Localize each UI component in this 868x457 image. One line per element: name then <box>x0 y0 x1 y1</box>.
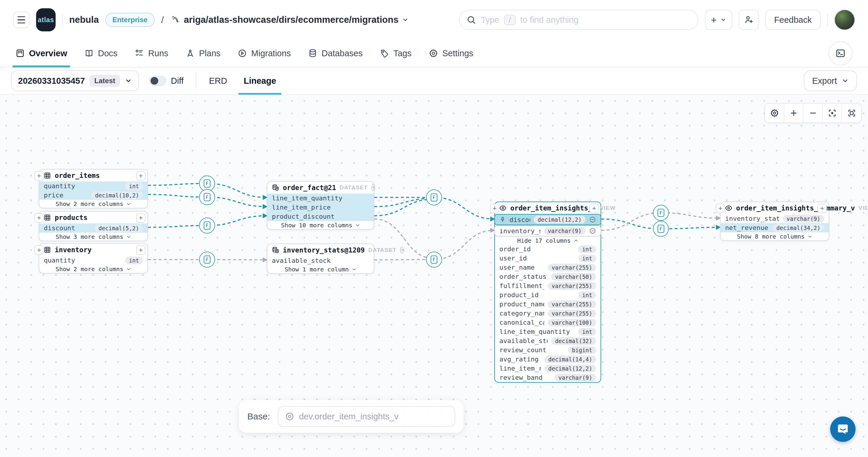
function-node[interactable] <box>653 205 669 221</box>
lineage-node-order_item_insights_summary_v[interactable]: +order_item_insights_summary_vVIEW+inven… <box>720 202 829 241</box>
node-header[interactable]: +products+ <box>39 212 147 223</box>
function-node[interactable] <box>199 252 215 268</box>
tab-tags[interactable]: Tags <box>380 40 411 67</box>
column-row[interactable]: line_item_quantityint <box>495 327 600 336</box>
user-avatar[interactable] <box>834 9 855 30</box>
tab-overview[interactable]: Overview <box>16 40 67 67</box>
tab-migrations[interactable]: Migrations <box>238 40 291 67</box>
column-row[interactable]: product_discount <box>268 212 374 221</box>
canvas-gear-button[interactable] <box>765 103 784 123</box>
export-button[interactable]: Export <box>804 70 857 91</box>
show-more-columns-toggle[interactable]: Show 2 more columns <box>39 265 147 273</box>
view-tab-lineage[interactable]: Lineage <box>244 67 276 94</box>
expand-upstream-button[interactable]: + <box>716 204 725 213</box>
tab-runs[interactable]: Runs <box>134 40 168 67</box>
feedback-button[interactable]: Feedback <box>765 10 821 30</box>
lineage-node-inventory[interactable]: +inventory+quantityintShow 2 more column… <box>39 243 148 273</box>
lineage-node-order_fact[interactable]: order_fact@21DATASET?line_item_quantityl… <box>267 181 374 230</box>
show-more-columns-toggle[interactable]: Show 10 more columns <box>268 221 374 229</box>
expand-upstream-button[interactable]: + <box>34 213 44 222</box>
canvas-fullscreen-button[interactable] <box>842 103 861 123</box>
expand-downstream-button[interactable]: + <box>136 245 146 255</box>
function-node[interactable] <box>653 221 669 237</box>
node-header[interactable]: +order_items+ <box>39 170 147 181</box>
column-row[interactable]: review_countbigint <box>495 345 600 355</box>
tab-label: Migrations <box>251 49 291 58</box>
column-row[interactable]: discounted_line…decimal(12,2) <box>494 214 601 225</box>
lineage-node-inventory_stats[interactable]: inventory_stats@1209DATASET?available_st… <box>267 244 374 274</box>
column-row[interactable]: canonical_category…varchar(100) <box>495 318 600 327</box>
function-node[interactable] <box>199 189 215 205</box>
lineage-canvas[interactable]: +order_items+quantityintpricedecimal(10,… <box>0 95 868 457</box>
function-node[interactable] <box>426 252 442 268</box>
node-header[interactable]: order_fact@21DATASET? <box>268 182 374 193</box>
column-row[interactable]: quantityint <box>39 256 147 265</box>
show-more-columns-toggle[interactable]: Show 3 more columns <box>39 233 147 241</box>
search-input[interactable]: Type / to find anything <box>459 10 699 30</box>
column-row[interactable]: available_stock <box>268 256 374 265</box>
column-row[interactable]: review_bandvarchar(9) <box>495 373 600 382</box>
atlas-logo[interactable]: atlas <box>36 8 56 31</box>
expand-downstream-button[interactable]: + <box>589 204 599 213</box>
expand-downstream-button[interactable]: + <box>136 171 146 181</box>
node-header[interactable]: +order_item_insights_vVIEW+ <box>495 202 600 214</box>
column-row[interactable]: user_idint <box>495 254 600 263</box>
canvas-fit-view-button[interactable] <box>823 103 842 123</box>
help-icon[interactable]: ? <box>400 247 404 254</box>
tab-settings[interactable]: Settings <box>429 40 473 67</box>
node-header[interactable]: +inventory+ <box>39 244 147 256</box>
expand-upstream-button[interactable]: + <box>490 204 499 213</box>
column-row[interactable]: discountdecimal(5,2) <box>39 223 147 233</box>
create-new-button[interactable]: + <box>705 10 732 30</box>
column-row[interactable]: inventory_statusvarchar(9) <box>721 214 829 223</box>
cli-terminal-button[interactable] <box>828 41 852 65</box>
expand-upstream-button[interactable]: + <box>34 245 44 255</box>
canvas-zoom-in-button[interactable] <box>784 103 804 123</box>
column-row[interactable]: line_item_price <box>268 203 374 212</box>
column-row[interactable]: quantityint <box>39 181 147 191</box>
show-more-columns-toggle[interactable]: Show 1 more column <box>268 265 374 273</box>
column-row[interactable]: line_item_quantity <box>268 193 374 203</box>
column-row[interactable]: fulfillment_center…varchar(255) <box>495 281 600 291</box>
columns-toggle[interactable]: Hide 17 columns <box>495 237 600 244</box>
show-more-columns-toggle[interactable]: Show 8 more columns <box>721 232 829 240</box>
breadcrumb[interactable]: ariga/atlas-showcase/dirs/ecommerce/migr… <box>170 14 408 25</box>
column-row[interactable]: user_namevarchar(255) <box>495 263 600 272</box>
diff-toggle[interactable] <box>149 76 166 86</box>
minus-circle-icon[interactable] <box>589 216 596 223</box>
view-tab-erd[interactable]: ERD <box>209 67 227 94</box>
column-row[interactable]: pricedecimal(10,2) <box>39 191 147 200</box>
canvas-zoom-out-button[interactable] <box>804 103 823 123</box>
column-row[interactable]: available_stockdecimal(32) <box>495 336 600 345</box>
lineage-node-order_item_insights_v[interactable]: +order_item_insights_vVIEW+discounted_li… <box>494 202 601 383</box>
expand-downstream-button[interactable]: + <box>817 204 827 213</box>
expand-downstream-button[interactable]: + <box>136 213 146 222</box>
help-icon[interactable]: ? <box>371 184 375 191</box>
column-row[interactable]: category_namevarchar(255) <box>495 309 600 318</box>
node-header[interactable]: +order_item_insights_summary_vVIEW+ <box>721 202 829 214</box>
base-object-input[interactable]: dev.order_item_insights_v <box>278 406 455 427</box>
tab-plans[interactable]: Plans <box>185 40 221 67</box>
column-row[interactable]: line_item_revenuedecimal(12,2) <box>495 364 600 373</box>
column-row[interactable]: product_idint <box>495 291 600 300</box>
column-row[interactable]: inventory_statusvarchar(9) <box>494 225 601 237</box>
node-header[interactable]: inventory_stats@1209DATASET? <box>268 244 374 256</box>
column-row[interactable]: avg_ratingdecimal(14,4) <box>495 355 600 364</box>
function-node[interactable] <box>199 218 215 234</box>
tab-docs[interactable]: Docs <box>84 40 118 67</box>
expand-upstream-button[interactable]: + <box>34 171 44 181</box>
lineage-node-products[interactable]: +products+discountdecimal(5,2)Show 3 mor… <box>39 211 148 241</box>
column-row[interactable]: net_revenuedecimal(34,2) <box>721 223 829 232</box>
tab-databases[interactable]: Databases <box>308 40 363 67</box>
column-row[interactable]: order_statusvarchar(50) <box>495 272 600 281</box>
invite-user-button[interactable] <box>739 10 759 30</box>
column-row[interactable]: product_namevarchar(255) <box>495 300 600 309</box>
column-row[interactable]: order_idint <box>495 244 600 254</box>
hamburger-menu-button[interactable] <box>13 11 30 28</box>
version-selector[interactable]: 20260331035457 Latest <box>11 70 139 91</box>
show-more-columns-toggle[interactable]: Show 2 more columns <box>39 200 147 208</box>
function-node[interactable] <box>426 189 442 205</box>
lineage-node-order_items[interactable]: +order_items+quantityintpricedecimal(10,… <box>39 169 148 208</box>
minus-circle-icon[interactable] <box>589 227 596 235</box>
chat-launcher-button[interactable] <box>830 417 856 442</box>
